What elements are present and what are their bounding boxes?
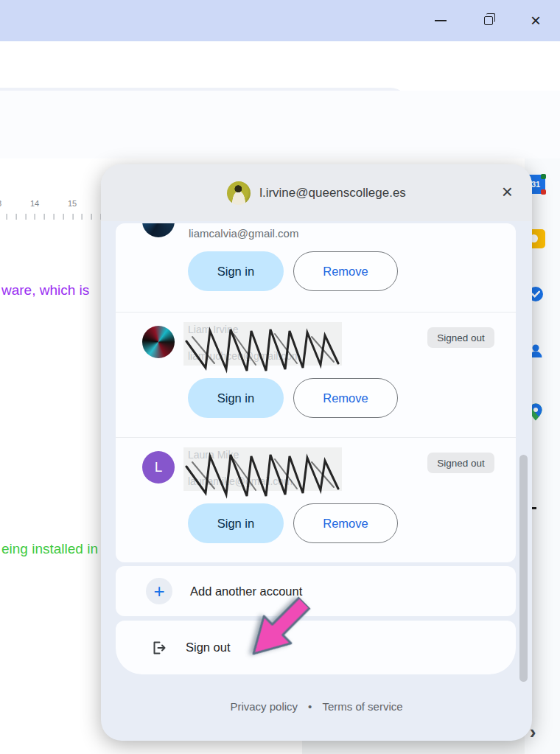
current-account-email: l.irvine@queenscollege.es bbox=[259, 186, 406, 200]
sign-out-icon bbox=[150, 639, 168, 657]
account-avatar: L bbox=[142, 451, 175, 484]
popup-close-button[interactable]: × bbox=[502, 182, 513, 201]
document-text-purple: ware, which is bbox=[1, 282, 89, 299]
sign-out-label: Sign out bbox=[186, 640, 231, 654]
minimize-icon bbox=[435, 20, 447, 21]
window-titlebar: × bbox=[0, 0, 560, 41]
redacted-identity: Laura Mike lauriamike@gmail.com bbox=[183, 447, 342, 491]
plus-icon: + bbox=[146, 578, 172, 604]
account-row: L Laura Mike lauriamike@gmail.com Signed… bbox=[116, 437, 516, 562]
sign-in-button[interactable]: Sign in bbox=[188, 503, 284, 543]
ruler-mark: 15 bbox=[68, 199, 77, 208]
signed-out-badge: Signed out bbox=[427, 327, 494, 348]
screen: × ☆ ⋮ bbox=[0, 0, 560, 754]
remove-button[interactable]: Remove bbox=[293, 503, 398, 543]
account-email: liamcalvia@gmail.com bbox=[189, 227, 298, 240]
docs-header-toolbar: Share bbox=[0, 91, 560, 158]
current-account-avatar bbox=[227, 181, 251, 205]
account-popup: l.irvine@queenscollege.es × liamcalvia@g… bbox=[101, 164, 532, 741]
accounts-list-card: liamcalvia@gmail.com Sign in Remove Liam… bbox=[116, 223, 516, 562]
popup-footer: Privacy policy • Terms of service bbox=[101, 700, 532, 713]
browser-toolbar: ☆ ⋮ bbox=[0, 41, 560, 91]
popup-scrollbar-thumb[interactable] bbox=[519, 455, 528, 682]
plus-glyph: + bbox=[153, 580, 164, 603]
window-restore-button[interactable] bbox=[477, 10, 500, 32]
sign-in-button[interactable]: Sign in bbox=[188, 378, 284, 418]
restore-icon bbox=[484, 16, 493, 25]
remove-button[interactable]: Remove bbox=[293, 378, 398, 418]
redacted-identity: Liam Irvine liam.uchceu@gmail.com bbox=[183, 322, 342, 366]
calendar-day-label: 31 bbox=[531, 180, 540, 189]
ruler-mark: 13 bbox=[0, 199, 1, 208]
account-row: liamcalvia@gmail.com Sign in Remove bbox=[116, 223, 516, 312]
ruler-mark: 14 bbox=[30, 199, 39, 208]
add-another-account-button[interactable]: + Add another account bbox=[116, 566, 516, 616]
account-row: Liam Irvine liam.uchceu@gmail.com Signed… bbox=[116, 312, 516, 437]
scribble-redaction bbox=[182, 444, 349, 502]
sign-in-button[interactable]: Sign in bbox=[188, 251, 284, 291]
popup-header: l.irvine@queenscollege.es × bbox=[101, 164, 532, 221]
account-avatar bbox=[142, 326, 175, 358]
sign-out-button[interactable]: Sign out bbox=[116, 621, 516, 674]
terms-of-service-link[interactable]: Terms of service bbox=[322, 700, 402, 713]
signed-out-badge: Signed out bbox=[427, 453, 494, 473]
account-avatar bbox=[142, 223, 175, 237]
scribble-redaction bbox=[182, 319, 349, 377]
document-text-green: eing installed in bbox=[1, 541, 98, 557]
privacy-policy-link[interactable]: Privacy policy bbox=[230, 700, 298, 713]
remove-button[interactable]: Remove bbox=[293, 251, 398, 291]
close-icon: × bbox=[531, 12, 541, 29]
footer-bullet: • bbox=[308, 700, 312, 713]
window-close-button[interactable]: × bbox=[525, 10, 547, 32]
window-minimize-button[interactable] bbox=[430, 10, 452, 32]
